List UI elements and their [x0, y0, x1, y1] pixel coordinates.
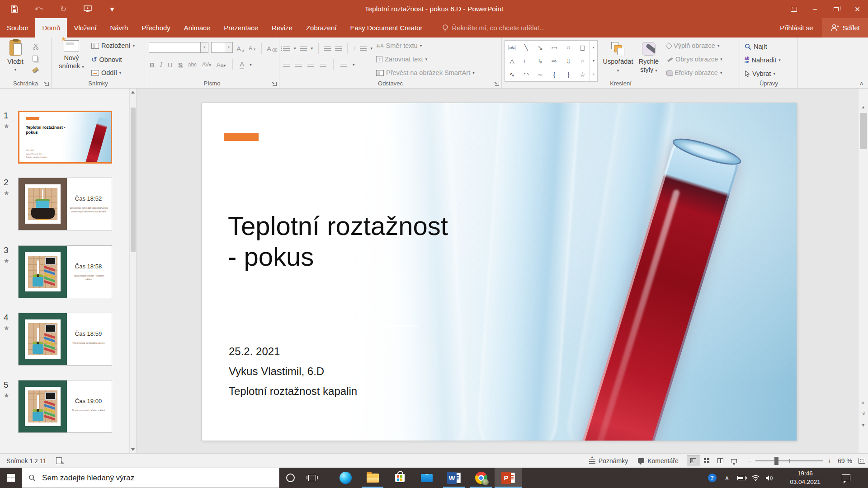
paragraph-dialog-launcher-icon[interactable] — [495, 82, 499, 86]
taskbar-edge-button[interactable] — [332, 468, 359, 488]
justify-icon[interactable] — [320, 62, 326, 67]
change-case-button[interactable]: Aa▾ — [217, 61, 226, 68]
tab-soubor[interactable]: Soubor — [0, 18, 35, 38]
shape-left-brace-icon[interactable]: { — [547, 68, 561, 81]
font-dialog-launcher-icon[interactable] — [273, 82, 277, 86]
shape-elbow-arrow-icon[interactable]: ↳ — [533, 54, 547, 68]
wifi-tray-button[interactable] — [749, 468, 762, 488]
copy-button[interactable] — [33, 56, 38, 61]
shape-outline-button[interactable]: Obrys obrazce▾ — [666, 56, 722, 63]
shape-star-icon[interactable]: ☆ — [576, 68, 590, 81]
shrink-font-button[interactable]: A▼ — [249, 45, 256, 52]
slide-title-text[interactable]: Teplotní roztažnost - pokus — [228, 211, 449, 272]
numbering-icon[interactable] — [300, 46, 307, 51]
shape-rounded-rectangle-icon[interactable]: ▢ — [576, 41, 590, 54]
slideshow-view-button[interactable] — [727, 455, 741, 466]
layout-button[interactable]: Rozložení▾ — [91, 42, 135, 49]
strikethrough-button[interactable]: abc — [188, 61, 197, 68]
format-painter-button[interactable] — [33, 68, 38, 72]
taskbar-mail-button[interactable] — [413, 468, 440, 488]
accent-bar[interactable] — [224, 133, 259, 141]
clock-tray-button[interactable]: 19:46 03.04.2021 — [778, 468, 832, 488]
slide-editing-area[interactable]: Teplotní roztažnost - pokus 25.2. 2021 V… — [202, 103, 797, 441]
notes-toggle-button[interactable]: Poznámky — [587, 457, 630, 465]
slide-date-text[interactable]: 25.2. 2021 — [229, 342, 357, 361]
thumbnail-item-2[interactable]: 2 ★ Čas 18:52 Do sklenice jsme dali vodu… — [0, 178, 136, 230]
minimize-icon[interactable]: – — [804, 0, 826, 18]
action-center-button[interactable] — [835, 468, 857, 488]
tab-prechody[interactable]: Přechody — [135, 18, 177, 38]
fit-slide-to-window-icon[interactable] — [859, 458, 865, 464]
thumbnail-item-5[interactable]: 5 ★ Čas 19:00 Druhá minuta od začátku mě… — [0, 380, 136, 433]
slide-topic-text[interactable]: Teplotní roztažnost kapalin — [229, 381, 357, 401]
shape-rectangle-icon[interactable]: ▭ — [547, 41, 561, 54]
reset-button[interactable]: ↺ Obnovit — [91, 56, 122, 64]
slide-5-thumbnail[interactable]: Čas 19:00 Druhá minuta od začátku měření… — [18, 380, 112, 433]
quick-styles-button[interactable]: Rychléstyly ▾ — [635, 42, 663, 74]
replace-button[interactable]: abac Nahradit▾ — [745, 56, 781, 64]
slide-subtitle-block[interactable]: 25.2. 2021 Vykus Vlastimil, 6.D Teplotní… — [229, 342, 357, 401]
taskbar-powerpoint-button[interactable]: P — [495, 468, 522, 488]
font-color-button[interactable]: A — [240, 60, 244, 69]
slide-author-text[interactable]: Vykus Vlastimil, 6.D — [229, 361, 357, 381]
thumbnail-item-4[interactable]: 4 ★ Čas 18:59 První minuta od začátku mě… — [0, 313, 136, 366]
align-right-icon[interactable] — [307, 62, 314, 67]
line-spacing-icon[interactable]: ↕ — [353, 46, 356, 51]
tab-navrh[interactable]: Návrh — [103, 18, 135, 38]
thumbnail-scroll-thumb[interactable] — [131, 108, 136, 252]
collapse-ribbon-icon[interactable]: ∧ — [859, 80, 863, 86]
normal-view-button[interactable] — [687, 455, 700, 466]
volume-tray-button[interactable] — [762, 468, 777, 488]
shape-line-icon[interactable]: ╲ — [519, 41, 533, 54]
battery-tray-button[interactable] — [734, 468, 749, 488]
scroll-down-icon[interactable]: ▼ — [859, 423, 868, 427]
tab-revize[interactable]: Revize — [265, 18, 299, 38]
font-size-combo[interactable]: ▾ — [211, 42, 233, 53]
align-center-icon[interactable] — [295, 62, 302, 67]
shapes-gallery-scrollbar[interactable]: ▲ ▼ ⩒ — [590, 41, 597, 81]
bold-button[interactable]: B — [150, 61, 155, 69]
shape-scribble-icon[interactable]: ∿ — [505, 68, 519, 81]
slide-2-thumbnail[interactable]: Čas 18:52 Do sklenice jsme dali vodu oba… — [18, 178, 112, 230]
notes-indicator-icon[interactable] — [56, 457, 62, 464]
clipboard-dialog-launcher-icon[interactable] — [45, 82, 49, 86]
thumbnail-scrollbar[interactable] — [129, 89, 136, 453]
sign-in-button[interactable]: Přihlásit se — [771, 18, 822, 38]
search-input[interactable] — [41, 473, 273, 483]
shape-text-box-icon[interactable]: A — [509, 45, 515, 50]
taskbar-search-box[interactable] — [22, 468, 279, 488]
align-left-icon[interactable] — [283, 62, 290, 67]
thumbnail-item-3[interactable]: 3 ★ Čas 18:58 Voda začala stoupat – začá… — [0, 245, 136, 298]
main-scroll-thumb[interactable] — [860, 113, 867, 149]
tab-zobrazeni[interactable]: Zobrazení — [299, 18, 344, 38]
decrease-indent-icon[interactable] — [324, 46, 331, 51]
shape-triangle-icon[interactable]: △ — [505, 54, 519, 68]
restore-icon[interactable] — [826, 0, 847, 18]
arrange-button[interactable]: Uspořádat▾ — [603, 42, 633, 74]
bullets-icon[interactable] — [283, 46, 290, 51]
shape-right-brace-icon[interactable]: } — [561, 68, 576, 81]
shape-line-arrow-icon[interactable]: ↘ — [533, 41, 547, 54]
previous-slide-icon[interactable]: « — [859, 399, 868, 406]
share-button[interactable]: Sdílet — [822, 18, 868, 38]
underline-button[interactable]: U — [168, 61, 173, 69]
tell-me-box[interactable]: Řekněte mi, co chcete udělat... — [442, 18, 545, 38]
zoom-out-icon[interactable]: − — [747, 457, 751, 465]
shape-fill-button[interactable]: Výplň obrazce▾ — [666, 42, 719, 49]
shape-arc-icon[interactable]: ◠ — [519, 68, 533, 81]
cut-button[interactable] — [33, 43, 39, 50]
tab-prezentace[interactable]: Prezentace — [217, 18, 265, 38]
reading-view-button[interactable] — [714, 455, 727, 466]
italic-button[interactable]: I — [160, 61, 162, 69]
taskbar-file-explorer-button[interactable] — [359, 468, 386, 488]
convert-to-smartart-button[interactable]: Převést na obrázek SmartArt▾ — [376, 69, 475, 76]
taskbar-store-button[interactable] — [386, 468, 413, 488]
shape-elbow-connector-icon[interactable]: ∟ — [519, 54, 533, 68]
section-button[interactable]: Oddíl▾ — [91, 69, 121, 76]
text-direction-button[interactable]: ⇊A Směr textu▾ — [376, 42, 422, 49]
slide-4-thumbnail[interactable]: Čas 18:59 První minuta od začátku měření… — [18, 313, 112, 366]
slide-sorter-view-button[interactable] — [700, 455, 714, 466]
tab-animace[interactable]: Animace — [177, 18, 217, 38]
shape-oval-icon[interactable]: ○ — [561, 41, 576, 54]
font-name-combo[interactable]: ▾ — [149, 42, 208, 53]
